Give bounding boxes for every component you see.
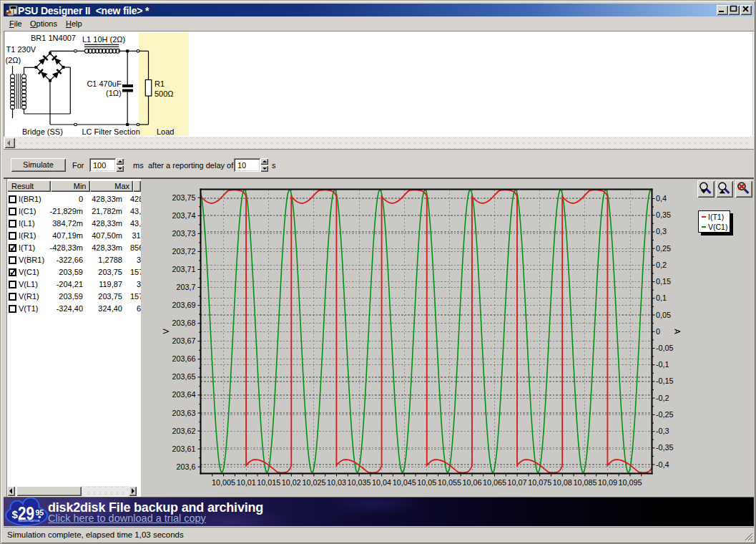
svg-text:10,025: 10,025 <box>302 478 325 487</box>
svg-text:0,3: 0,3 <box>656 227 667 235</box>
svg-text:10,08: 10,08 <box>553 478 572 487</box>
svg-text:10,075: 10,075 <box>528 478 551 487</box>
svg-text:REGISTRATION: REGISTRATION <box>19 520 40 523</box>
svg-text:A: A <box>673 329 682 334</box>
svg-text:R1: R1 <box>154 79 165 88</box>
svg-text:10,055: 10,055 <box>438 478 461 487</box>
svg-text:10,02: 10,02 <box>282 478 301 487</box>
svg-text:-0,15: -0,15 <box>656 377 674 385</box>
svg-text:-0,3: -0,3 <box>656 427 669 435</box>
svg-text:(2Ω): (2Ω) <box>6 56 21 64</box>
svg-text:-0,05: -0,05 <box>656 344 674 352</box>
svg-text:-0,1: -0,1 <box>656 360 669 369</box>
svg-text:203,6: 203,6 <box>176 462 195 471</box>
svg-text:203,61: 203,61 <box>172 445 195 453</box>
svg-text:10,07: 10,07 <box>508 478 527 487</box>
svg-text:203,65: 203,65 <box>172 372 195 381</box>
svg-text:10,01: 10,01 <box>237 478 256 487</box>
svg-text:10,05: 10,05 <box>417 478 436 487</box>
svg-text:10,095: 10,095 <box>618 478 642 487</box>
svg-text:203,75: 203,75 <box>172 193 195 202</box>
svg-text:203,71: 203,71 <box>172 265 195 273</box>
svg-text:-0,25: -0,25 <box>656 410 674 419</box>
svg-text:0,1: 0,1 <box>656 293 667 302</box>
svg-text:203,66: 203,66 <box>172 354 195 363</box>
svg-text:203,72: 203,72 <box>172 247 195 256</box>
svg-text:203,63: 203,63 <box>172 409 195 417</box>
svg-text:203,7: 203,7 <box>176 283 195 291</box>
svg-text:10,035: 10,035 <box>348 478 371 487</box>
svg-text:V: V <box>162 329 170 334</box>
svg-text:Bridge (SS): Bridge (SS) <box>22 127 63 136</box>
svg-text:0,35: 0,35 <box>656 210 671 219</box>
svg-text:0: 0 <box>656 327 660 336</box>
svg-text:10,085: 10,085 <box>573 478 597 487</box>
svg-text:BR1 1N4007: BR1 1N4007 <box>31 34 76 42</box>
svg-text:-0,2: -0,2 <box>656 394 669 402</box>
svg-text:95: 95 <box>36 508 44 517</box>
svg-text:203,73: 203,73 <box>172 229 195 238</box>
svg-text:L1 10H (2Ω): L1 10H (2Ω) <box>82 35 125 44</box>
svg-text:10,015: 10,015 <box>257 478 280 487</box>
svg-text:-0,4: -0,4 <box>656 460 669 469</box>
svg-text:T1 230V: T1 230V <box>6 45 36 54</box>
svg-text:C1 470uF: C1 470uF <box>87 79 122 88</box>
svg-text:500Ω: 500Ω <box>154 89 174 98</box>
svg-text:10,065: 10,065 <box>483 478 506 487</box>
svg-text:-0,35: -0,35 <box>656 443 674 452</box>
svg-text:203,69: 203,69 <box>172 301 195 309</box>
svg-text:Load: Load <box>157 127 174 136</box>
svg-text:LC Filter Section: LC Filter Section <box>82 127 140 136</box>
svg-text:203,68: 203,68 <box>172 319 195 327</box>
svg-text:0,25: 0,25 <box>656 244 671 253</box>
svg-text:0,2: 0,2 <box>656 261 667 269</box>
svg-text:10,09: 10,09 <box>598 478 617 487</box>
svg-text:203,74: 203,74 <box>172 211 195 220</box>
svg-text:0,05: 0,05 <box>656 311 671 319</box>
svg-text:10,005: 10,005 <box>212 478 235 487</box>
svg-text:0,15: 0,15 <box>656 277 671 286</box>
svg-text:(1Ω): (1Ω) <box>106 89 122 97</box>
svg-text:10,03: 10,03 <box>327 478 346 487</box>
svg-text:10,045: 10,045 <box>393 478 416 487</box>
svg-text:203,62: 203,62 <box>172 427 195 435</box>
svg-text:203,64: 203,64 <box>172 390 195 399</box>
svg-text:203,67: 203,67 <box>172 336 195 345</box>
svg-text:10,04: 10,04 <box>372 478 391 487</box>
svg-text:0,4: 0,4 <box>656 194 667 203</box>
svg-text:10,06: 10,06 <box>462 478 481 487</box>
